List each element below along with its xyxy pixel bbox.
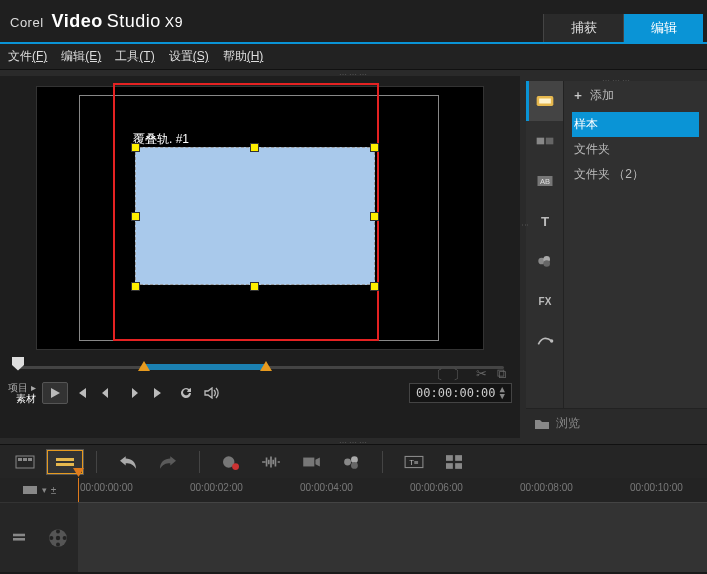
svg-text:T: T (540, 214, 548, 229)
next-frame-button[interactable] (120, 382, 146, 404)
svg-point-34 (56, 535, 60, 539)
brand-video: Video (52, 11, 103, 32)
timeline-ruler[interactable]: 00:00:00:00 00:00:02:00 00:00:04:00 00:0… (78, 478, 707, 502)
brand-version: X9 (165, 14, 183, 30)
subtitle-button[interactable]: T≡ (395, 449, 433, 475)
undo-button[interactable] (109, 449, 147, 475)
track-head-tools[interactable]: ▾ ± (0, 478, 78, 502)
library-content: ＋ 添加 样本 文件夹 文件夹 （2） (564, 81, 707, 408)
rail-transition[interactable] (526, 121, 563, 161)
split-icon[interactable]: ⧉ (497, 366, 506, 384)
browse-label[interactable]: 浏览 (556, 415, 580, 432)
scrub-playhead[interactable] (12, 357, 24, 371)
trim-mark-in[interactable] (138, 361, 150, 371)
svg-rect-3 (545, 138, 553, 145)
go-end-button[interactable] (146, 382, 172, 404)
workspace-tabs: 捕获 编辑 (543, 0, 703, 42)
trim-tools: 〔 〕 ✂ ⧉ (430, 366, 506, 384)
library-folder-2[interactable]: 文件夹 （2） (572, 162, 699, 187)
svg-point-19 (232, 463, 239, 470)
video-track-head[interactable] (38, 502, 78, 572)
svg-point-9 (543, 260, 550, 267)
resize-handle[interactable] (131, 212, 140, 221)
menu-help[interactable]: 帮助(H) (223, 48, 264, 65)
tab-capture[interactable]: 捕获 (543, 14, 623, 42)
rail-text[interactable]: T (526, 201, 563, 241)
svg-rect-27 (455, 455, 462, 461)
mode-clip[interactable]: 素材 (16, 393, 36, 404)
plus-minus-icon[interactable]: ± (51, 485, 57, 496)
track-toggle[interactable] (0, 502, 38, 572)
track-motion-button[interactable] (332, 449, 370, 475)
video-track[interactable] (78, 502, 707, 572)
center-splitter[interactable] (520, 76, 526, 438)
svg-rect-26 (446, 455, 453, 461)
library-add[interactable]: ＋ 添加 (572, 87, 699, 104)
rail-media[interactable] (526, 81, 563, 121)
rail-title[interactable]: AB (526, 161, 563, 201)
prev-frame-button[interactable] (94, 382, 120, 404)
brand: Corel VideoStudioX9 (10, 11, 183, 32)
rail-filter[interactable]: FX (526, 281, 563, 321)
ruler-tick: 00:00:10:00 (630, 482, 683, 493)
menu-tools[interactable]: 工具(T) (115, 48, 154, 65)
redo-button[interactable] (149, 449, 187, 475)
rail-path[interactable] (526, 321, 563, 361)
play-button[interactable] (42, 382, 68, 404)
storyboard-view-button[interactable] (6, 449, 44, 475)
timecode-spinner[interactable]: ▲▼ (500, 386, 505, 400)
auto-music-button[interactable] (292, 449, 330, 475)
resize-handle[interactable] (370, 143, 379, 152)
overlay-clip[interactable] (135, 147, 375, 285)
mark-out-icon[interactable]: 〕 (453, 366, 466, 384)
go-start-button[interactable] (68, 382, 94, 404)
loop-button[interactable] (172, 382, 198, 404)
scrub-trim-range[interactable] (144, 364, 266, 370)
svg-text:AB: AB (539, 177, 549, 186)
ruler-tick: 00:00:06:00 (410, 482, 463, 493)
folder-icon (534, 418, 550, 430)
preview-canvas[interactable]: 覆叠轨. #1 (36, 86, 484, 350)
svg-point-23 (351, 462, 358, 469)
svg-rect-17 (56, 463, 74, 466)
resize-handle[interactable] (250, 143, 259, 152)
cut-icon[interactable]: ✂ (476, 366, 487, 384)
overlay-track-label: 覆叠轨. #1 (133, 131, 189, 148)
mode-project[interactable]: 项目 ▸ (8, 382, 36, 393)
resize-handle[interactable] (131, 282, 140, 291)
menu-file[interactable]: 文件(F) (8, 48, 47, 65)
menu-edit[interactable]: 编辑(E) (61, 48, 101, 65)
resize-handle[interactable] (370, 282, 379, 291)
svg-point-21 (344, 458, 351, 465)
timeline-toolbar: T≡ (0, 444, 707, 478)
resize-handle[interactable] (131, 143, 140, 152)
resize-handle[interactable] (370, 212, 379, 221)
tab-edit[interactable]: 编辑 (623, 14, 703, 42)
svg-point-36 (56, 542, 60, 546)
library-folder-sample[interactable]: 样本 (572, 112, 699, 137)
brand-corel: Corel (10, 15, 44, 30)
svg-rect-13 (18, 458, 22, 461)
rail-graphic[interactable] (526, 241, 563, 281)
menu-settings[interactable]: 设置(S) (169, 48, 209, 65)
timecode-display[interactable]: 00:00:00:00 ▲▼ (409, 383, 512, 403)
library-rail: AB T FX (526, 81, 564, 408)
timeline-splitter[interactable] (0, 438, 707, 444)
audio-mixer-button[interactable] (252, 449, 290, 475)
library-grip[interactable] (526, 76, 707, 81)
svg-rect-30 (23, 486, 37, 494)
svg-rect-1 (539, 99, 551, 104)
mark-in-icon[interactable]: 〔 (430, 366, 443, 384)
trim-mark-out[interactable] (260, 361, 272, 371)
menu-bar: 文件(F) 编辑(E) 工具(T) 设置(S) 帮助(H) (0, 44, 707, 70)
multicam-button[interactable] (435, 449, 473, 475)
svg-rect-29 (455, 463, 462, 469)
record-button[interactable] (212, 449, 250, 475)
volume-button[interactable] (198, 382, 224, 404)
brand-studio: Studio (107, 11, 161, 32)
library-folder-1[interactable]: 文件夹 (572, 137, 699, 162)
resize-handle[interactable] (250, 282, 259, 291)
svg-text:T≡: T≡ (409, 458, 419, 467)
timeline: ▾ ± 00:00:00:00 00:00:02:00 00:00:04:00 … (0, 478, 707, 572)
ruler-tick: 00:00:08:00 (520, 482, 573, 493)
